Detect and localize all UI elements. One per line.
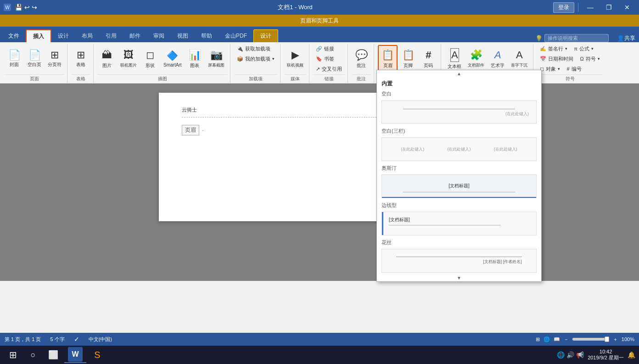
table-button[interactable]: ⊞ 表格 [71, 45, 90, 73]
tab-context-design[interactable]: 设计 [253, 29, 278, 42]
chart-button[interactable]: 📊 图表 [185, 45, 204, 73]
links-items: 🔗 链接 🔖 书签 ↗ 交叉引用 [313, 44, 345, 73]
border-header-item[interactable]: [文档标题] [381, 212, 537, 235]
context-bar: 页眉和页脚工具 [0, 15, 639, 27]
tab-mail[interactable]: 邮件 [123, 29, 147, 42]
cross-ref-button[interactable]: ↗ 交叉引用 [313, 64, 345, 73]
datetime-label: 日期和时间 [548, 56, 573, 62]
text-items: A 文本框 🧩 文档部件 A 艺术字 A 首字下沉 [445, 44, 530, 73]
view-web-icon[interactable]: 🌐 [544, 336, 550, 342]
zoom-decrease[interactable]: － [564, 336, 569, 343]
close-button[interactable]: ✕ [619, 1, 635, 14]
symbol-button[interactable]: Ω 符号 ▾ [577, 54, 602, 63]
filigree-header-item[interactable]: [文档标题] [作者姓名] [381, 249, 537, 273]
zoom-slider[interactable] [572, 338, 609, 341]
scroll-up-btn[interactable]: ▲ [377, 70, 541, 77]
blank-page-button[interactable]: 📄 空白页 [25, 45, 44, 73]
tab-help[interactable]: 帮助 [195, 29, 219, 42]
redo-icon[interactable]: ↪ [32, 4, 37, 11]
my-addins-button[interactable]: 📦 我的加载项 ▾ [234, 54, 277, 63]
signature-button[interactable]: ✍ 签名行 ▾ [537, 44, 570, 53]
picture-button[interactable]: 🏔 图片 [97, 45, 117, 73]
screenshot-button[interactable]: 📷 屏幕截图 [205, 45, 227, 73]
page-number-button[interactable]: # 页码 [419, 45, 438, 73]
comment-button[interactable]: 💬 批注 [352, 45, 371, 73]
shape-button[interactable]: ◻ 形状 [140, 45, 160, 73]
start-button[interactable]: ⊞ [4, 347, 22, 363]
symbols-group-label: 符号 [537, 74, 602, 83]
tab-review[interactable]: 审阅 [147, 29, 171, 42]
ribbon-group-illustrations: 🏔 图片 🖼 联机图片 ◻ 形状 🔷 SmartArt 📊 图表 📷 屏幕 [95, 44, 230, 83]
restore-button[interactable]: ❐ [600, 1, 617, 14]
doc-parts-button[interactable]: 🧩 文档部件 [465, 45, 487, 73]
task-view-button[interactable]: ⬜ [44, 347, 62, 363]
save-icon[interactable]: 💾 [15, 4, 22, 11]
tab-layout[interactable]: 布局 [75, 29, 99, 42]
dropcap-label: 首字下沉 [511, 62, 527, 68]
blank3col-header-item[interactable]: (在此处键入) (在此处键入) (在此处键入) [381, 137, 537, 161]
minimize-button[interactable]: — [582, 1, 599, 14]
view-read-icon[interactable]: 📖 [554, 336, 560, 342]
dropcap-button[interactable]: A 首字下沉 [508, 45, 530, 73]
numbering-button[interactable]: # 编号 [564, 64, 584, 73]
tab-file[interactable]: 文件 [2, 29, 26, 42]
document-area: 云骑士 123 页眉 - [0, 84, 639, 281]
blank-header-item[interactable]: (在此处键入) [381, 100, 537, 124]
footer-button[interactable]: 📋 页脚 [398, 45, 418, 73]
language: 中文(中国) [89, 336, 112, 343]
equation-button[interactable]: π 公式 ▾ [571, 44, 596, 53]
textbox-button[interactable]: A 文本框 [445, 45, 464, 73]
illustrations-group-label: 插图 [97, 74, 227, 83]
datetime-button[interactable]: 📅 日期和时间 [537, 54, 576, 63]
tab-view[interactable]: 视图 [171, 29, 195, 42]
search-button[interactable]: ○ [24, 347, 42, 363]
link-button[interactable]: 🔗 链接 [313, 44, 337, 53]
footer-icon: 📋 [402, 49, 415, 61]
cover-button[interactable]: 📄 封面 [5, 45, 24, 73]
status-bar: 第 1 页，共 1 页 5 个字 ✓ 中文(中国) ⊞ 🌐 📖 － ＋ 100% [0, 333, 639, 346]
smartart-button[interactable]: 🔷 SmartArt [161, 45, 184, 73]
screenshot-icon: 📷 [210, 49, 223, 61]
pages-group-label: 页面 [5, 74, 64, 83]
task-view-icon: ⬜ [48, 350, 58, 360]
comment-icon: 💬 [355, 49, 368, 61]
check-mark: ✓ [74, 336, 79, 343]
share-label[interactable]: 共享 [624, 34, 635, 42]
zoom-increase[interactable]: ＋ [613, 336, 618, 343]
symbol-arrow: ▾ [598, 56, 600, 61]
my-addins-label: 我的加载项 [245, 56, 270, 62]
zoom-level: 100% [622, 336, 634, 342]
notification-icon[interactable]: 🔔 [628, 351, 635, 358]
view-normal-icon[interactable]: ⊞ [536, 336, 540, 342]
screenshot-label: 屏幕截图 [208, 62, 224, 68]
network-icon[interactable]: 🌐 [557, 351, 565, 358]
wordart-button[interactable]: A 艺术字 [488, 45, 507, 73]
word-taskbar-app[interactable]: W [64, 347, 86, 363]
get-addins-button[interactable]: 🔌 获取加载项 [234, 44, 273, 53]
online-picture-button[interactable]: 🖼 联机图片 [118, 45, 140, 73]
speaker-icon[interactable]: 📢 [576, 351, 584, 358]
addins-group-label: 加载项 [234, 74, 277, 83]
my-addins-icon: 📦 [237, 56, 243, 62]
login-button[interactable]: 登录 [553, 2, 574, 13]
header-button[interactable]: 📋 页眉 [378, 45, 398, 73]
search-input[interactable] [544, 34, 609, 42]
status-bar-right: ⊞ 🌐 📖 － ＋ 100% [536, 336, 634, 343]
tab-wps-pdf[interactable]: 金山PDF [219, 29, 253, 42]
tab-design[interactable]: 设计 [51, 29, 75, 42]
scroll-down-btn[interactable]: ▼ [377, 274, 541, 281]
page-break-button[interactable]: ⊞ 分页符 [45, 45, 64, 73]
online-video-button[interactable]: ▶ 联机视频 [284, 45, 306, 73]
volume-icon[interactable]: 🔊 [566, 351, 574, 358]
tab-references[interactable]: 引用 [99, 29, 123, 42]
symbol-label: 符号 [586, 56, 596, 62]
tab-insert[interactable]: 插入 [26, 29, 51, 42]
bookmark-button[interactable]: 🔖 书签 [313, 54, 337, 63]
filigree-section-label: 花丝 [377, 237, 541, 247]
austin-header-item[interactable]: [文档标题] [381, 174, 537, 198]
header-label: 页眉 [383, 62, 392, 69]
object-label: 对象 [546, 66, 556, 73]
undo-icon[interactable]: ↩ [24, 4, 30, 11]
superantispyware-icon[interactable]: S [88, 347, 106, 363]
illustrations-items: 🏔 图片 🖼 联机图片 ◻ 形状 🔷 SmartArt 📊 图表 📷 屏幕 [97, 44, 227, 73]
